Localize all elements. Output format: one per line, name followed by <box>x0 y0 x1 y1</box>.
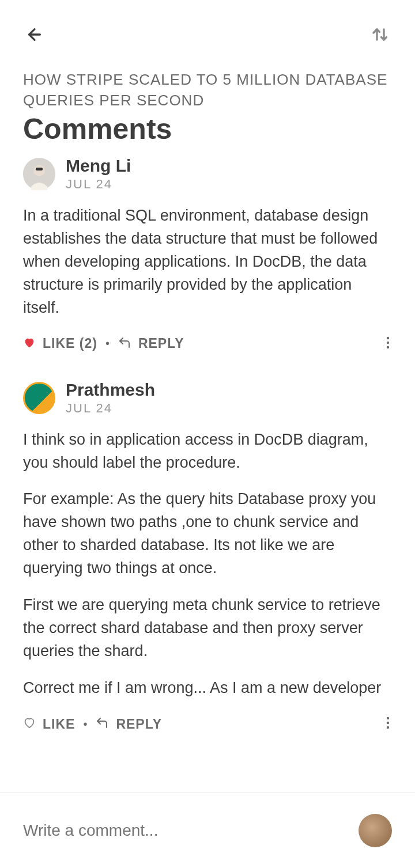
like-label: LIKE (2) <box>43 336 97 351</box>
arrow-left-icon <box>25 25 44 44</box>
comment-date: JUL 24 <box>66 401 155 416</box>
svg-point-5 <box>387 341 389 343</box>
heart-outline-icon <box>23 717 36 731</box>
comment-header: Prathmesh JUL 24 <box>23 380 392 416</box>
reply-icon <box>95 716 109 732</box>
article-title[interactable]: HOW STRIPE SCALED TO 5 MILLION DATABASE … <box>23 69 392 111</box>
heart-filled-icon <box>23 336 36 351</box>
reply-label: REPLY <box>138 336 184 351</box>
comment-body: I think so in application access in DocD… <box>23 429 392 700</box>
more-vertical-icon <box>386 336 390 350</box>
svg-point-9 <box>387 726 389 729</box>
comment-header: Meng Li JUL 24 <box>23 156 392 192</box>
like-button[interactable]: LIKE (2) <box>23 336 97 351</box>
sort-icon <box>370 24 391 45</box>
comment: Prathmesh JUL 24 I think so in applicati… <box>23 380 392 735</box>
more-button[interactable] <box>384 333 392 354</box>
comment-author[interactable]: Prathmesh <box>66 380 155 400</box>
back-button[interactable] <box>23 23 46 46</box>
reply-icon <box>118 336 131 352</box>
svg-point-8 <box>387 722 389 724</box>
comment: Meng Li JUL 24 In a traditional SQL envi… <box>23 156 392 354</box>
comment-author[interactable]: Meng Li <box>66 156 131 176</box>
more-vertical-icon <box>386 716 390 730</box>
sort-button[interactable] <box>369 23 392 46</box>
like-button[interactable]: LIKE <box>23 717 75 732</box>
reply-button[interactable]: REPLY <box>95 716 162 732</box>
reply-label: REPLY <box>116 717 162 732</box>
separator-dot: • <box>83 718 87 731</box>
avatar[interactable] <box>23 158 55 190</box>
separator-dot: • <box>105 337 110 350</box>
page-title: Comments <box>23 112 392 146</box>
comment-composer <box>0 793 415 868</box>
svg-rect-3 <box>36 168 43 170</box>
comment-body: In a traditional SQL environment, databa… <box>23 204 392 320</box>
avatar[interactable] <box>23 382 55 414</box>
more-button[interactable] <box>384 714 392 734</box>
reply-button[interactable]: REPLY <box>118 336 184 352</box>
comment-input[interactable] <box>23 821 359 840</box>
svg-point-7 <box>387 717 389 719</box>
like-label: LIKE <box>43 717 75 732</box>
user-avatar[interactable] <box>359 814 392 847</box>
comment-date: JUL 24 <box>66 177 131 192</box>
avatar-image-icon <box>23 158 55 190</box>
svg-point-6 <box>387 346 389 348</box>
svg-point-4 <box>387 336 389 339</box>
